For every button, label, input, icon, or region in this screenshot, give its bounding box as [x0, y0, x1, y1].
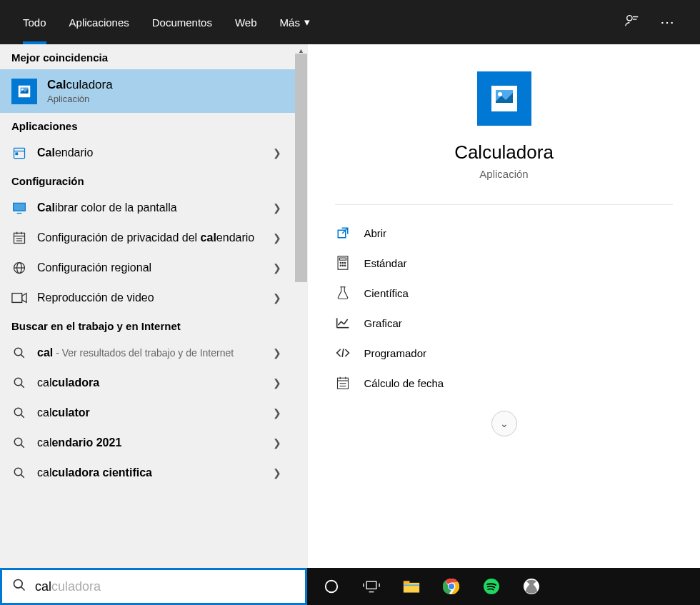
- svg-rect-57: [404, 583, 419, 593]
- tab-more-label: Más: [280, 16, 300, 29]
- chevron-down-icon: ▾: [304, 16, 310, 29]
- chevron-right-icon: ❯: [273, 292, 296, 304]
- detail-subtitle: Aplicación: [479, 168, 528, 180]
- best-match-title: Calculadora: [47, 78, 113, 92]
- result-web-calculadora-cientifica[interactable]: calculadora cientifica ❯: [0, 458, 307, 488]
- detail-panel: Calculadora Aplicación Abrir Estándar Ci…: [307, 44, 700, 605]
- search-input[interactable]: calculadora: [0, 568, 307, 605]
- result-label: calculadora: [37, 376, 273, 389]
- svg-line-27: [21, 444, 24, 448]
- scrollbar-thumb[interactable]: [295, 54, 307, 282]
- search-icon: [12, 578, 26, 595]
- svg-rect-19: [12, 294, 22, 303]
- app-icon: [11, 79, 37, 104]
- chevron-right-icon: ❯: [273, 202, 296, 214]
- section-settings: Configuración: [0, 168, 307, 193]
- result-calendario[interactable]: Calendario ❯: [0, 138, 307, 168]
- result-label: cal - Ver resultados del trabajo y de In…: [37, 346, 273, 359]
- video-icon: [11, 290, 27, 306]
- calendar-app-icon: [11, 145, 27, 161]
- calendar-icon: [335, 375, 351, 391]
- taskbar-file-explorer[interactable]: [394, 569, 429, 604]
- svg-point-38: [345, 262, 346, 264]
- result-calibrate-display[interactable]: Calibrar color de la pantalla ❯: [0, 193, 307, 223]
- svg-point-26: [14, 438, 22, 446]
- action-label: Científica: [364, 287, 409, 299]
- svg-point-28: [14, 468, 22, 476]
- svg-point-36: [341, 262, 342, 264]
- result-web-calculadora[interactable]: calculadora ❯: [0, 368, 307, 398]
- search-typed-text: cal: [35, 579, 51, 594]
- search-icon: [11, 435, 27, 451]
- action-label: Graficar: [364, 317, 401, 329]
- result-web-calendario-2021[interactable]: calendario 2021 ❯: [0, 428, 307, 458]
- result-label: Configuración de privacidad del calendar…: [37, 231, 273, 244]
- action-graph[interactable]: Graficar: [335, 308, 672, 338]
- tab-apps[interactable]: Aplicaciones: [58, 0, 141, 44]
- taskbar-chrome[interactable]: [434, 569, 469, 604]
- search-icon: [11, 375, 27, 391]
- svg-point-22: [14, 378, 22, 386]
- globe-icon: [11, 260, 27, 276]
- action-scientific[interactable]: Científica: [335, 278, 672, 308]
- taskbar-xbox[interactable]: [514, 569, 549, 604]
- result-video-playback[interactable]: Reproducción de video ❯: [0, 283, 307, 313]
- flask-icon: [335, 285, 351, 301]
- result-web-cal[interactable]: cal - Ver resultados del trabajo y de In…: [0, 338, 307, 368]
- result-web-calculator[interactable]: calculator ❯: [0, 398, 307, 428]
- divider: [335, 204, 672, 205]
- tab-web[interactable]: Web: [224, 0, 269, 44]
- svg-line-25: [21, 414, 24, 418]
- detail-actions: Abrir Estándar Científica Graficar Progr…: [335, 218, 672, 398]
- tab-web-label: Web: [235, 16, 257, 29]
- tab-docs-label: Documentos: [152, 16, 212, 29]
- svg-line-43: [343, 349, 344, 357]
- chevron-right-icon: ❯: [273, 437, 296, 449]
- svg-point-62: [449, 584, 454, 589]
- expand-button[interactable]: ⌄: [491, 411, 517, 436]
- action-label: Programador: [364, 347, 426, 359]
- action-standard[interactable]: Estándar: [335, 248, 672, 278]
- action-open[interactable]: Abrir: [335, 218, 672, 248]
- search-tabs-bar: Todo Aplicaciones Documentos Web Más▾ ⋯: [0, 0, 700, 44]
- taskbar-task-view[interactable]: [354, 569, 389, 604]
- tab-docs[interactable]: Documentos: [141, 0, 224, 44]
- tab-all-label: Todo: [23, 16, 46, 29]
- open-icon: [335, 225, 351, 241]
- svg-point-50: [14, 580, 23, 589]
- more-options-icon[interactable]: ⋯: [660, 14, 674, 31]
- detail-title: Calculadora: [454, 141, 554, 164]
- action-label: Abrir: [364, 227, 386, 239]
- svg-point-24: [14, 408, 22, 416]
- result-regional-config[interactable]: Configuración regional ❯: [0, 253, 307, 283]
- svg-rect-35: [340, 258, 346, 260]
- result-label: Calendario: [37, 146, 273, 159]
- chevron-right-icon: ❯: [273, 262, 296, 274]
- svg-line-23: [21, 384, 24, 388]
- action-programmer[interactable]: Programador: [335, 338, 672, 368]
- result-label: Reproducción de video: [37, 291, 273, 304]
- tab-more[interactable]: Más▾: [269, 0, 321, 44]
- section-web-search: Buscar en el trabajo y en Internet: [0, 313, 307, 338]
- svg-rect-58: [404, 581, 410, 584]
- chevron-right-icon: ❯: [273, 407, 296, 419]
- svg-rect-59: [404, 584, 419, 586]
- feedback-icon[interactable]: [624, 13, 640, 32]
- best-match-item[interactable]: Calculadora Aplicación: [0, 69, 307, 113]
- chevron-right-icon: ❯: [273, 467, 296, 479]
- taskbar-cortana[interactable]: [314, 569, 349, 604]
- taskbar-spotify[interactable]: [474, 569, 509, 604]
- svg-line-51: [21, 587, 25, 591]
- action-date-calc[interactable]: Cálculo de fecha: [335, 368, 672, 398]
- svg-rect-7: [14, 203, 26, 211]
- search-icon: [11, 465, 27, 481]
- results-panel: Mejor coincidencia Calculadora Aplicació…: [0, 44, 307, 605]
- scrollbar-track[interactable]: ▲ ▼: [295, 44, 307, 605]
- section-best-match: Mejor coincidencia: [0, 44, 307, 69]
- calculator-icon: [335, 255, 351, 271]
- svg-rect-6: [16, 153, 18, 155]
- tab-all[interactable]: Todo: [11, 0, 58, 44]
- search-autocomplete-hint: culadora: [51, 579, 101, 594]
- result-calendar-privacy[interactable]: Configuración de privacidad del calendar…: [0, 223, 307, 253]
- chevron-right-icon: ❯: [273, 232, 296, 244]
